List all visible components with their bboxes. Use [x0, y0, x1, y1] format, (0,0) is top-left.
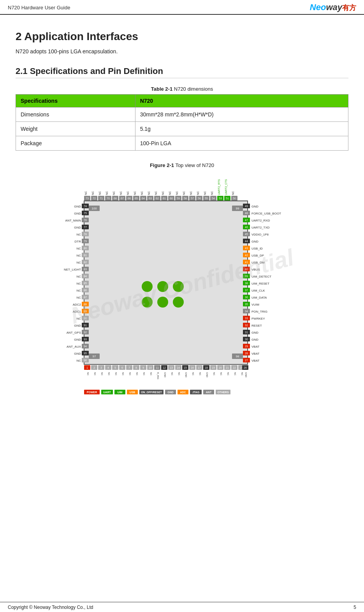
svg-text:48: 48 [245, 212, 248, 215]
svg-text:64: 64 [142, 197, 145, 200]
svg-text:22: 22 [233, 366, 236, 369]
svg-text:41: 41 [245, 261, 248, 264]
svg-text:2: 2 [93, 366, 95, 369]
svg-text:8: 8 [135, 366, 137, 369]
svg-text:GND: GND [74, 212, 81, 215]
svg-text:NC: NC [76, 282, 81, 285]
svg-point-67 [157, 281, 168, 292]
svg-text:NC: NC [76, 289, 81, 292]
svg-text:60: 60 [170, 197, 173, 200]
svg-text:OTHERS: OTHERS [217, 391, 229, 394]
svg-text:NC: NC [190, 191, 192, 195]
svg-text:NC: NC [227, 372, 229, 376]
bottom-pins-group: 1 2 3 4 5 6 7 8 9 [84, 365, 248, 380]
svg-text:63: 63 [149, 197, 152, 200]
main-content: 2 Application Interfaces N720 adopts 100… [0, 15, 364, 434]
svg-text:NC: NC [232, 191, 234, 195]
svg-text:NC: NC [136, 372, 138, 376]
svg-text:45: 45 [245, 233, 248, 236]
header-title: N720 Hardware User Guide [8, 5, 70, 11]
svg-text:ADC2: ADC2 [72, 303, 81, 306]
svg-text:88: 88 [84, 303, 87, 306]
table-cell: Package [16, 136, 135, 151]
svg-text:ANT: ANT [206, 391, 211, 394]
svg-text:75: 75 [84, 212, 87, 215]
svg-text:51: 51 [226, 197, 229, 200]
svg-text:28: 28 [245, 352, 248, 355]
svg-text:72: 72 [93, 197, 96, 200]
svg-text:54: 54 [212, 197, 215, 200]
svg-text:26: 26 [244, 366, 247, 369]
svg-text:RESET: RESET [251, 324, 262, 327]
svg-text:11: 11 [156, 366, 159, 369]
svg-text:NC: NC [178, 372, 180, 376]
svg-text:NC: NC [150, 372, 152, 376]
svg-text:NC: NC [197, 191, 199, 195]
svg-text:VUIM: VUIM [251, 303, 259, 306]
svg-text:50: 50 [233, 197, 236, 200]
svg-text:19: 19 [212, 366, 215, 369]
svg-text:NC: NC [143, 372, 145, 376]
figure-2-1-caption: Figure 2-1 Top view of N720 [16, 162, 348, 168]
svg-text:NC: NC [108, 372, 110, 376]
left-pins-group: GND 74 GND 75 ANT_MAIN 76 GND 77 [63, 204, 88, 362]
svg-text:GND: GND [245, 372, 247, 378]
svg-text:95: 95 [84, 352, 87, 355]
svg-text:97: 97 [92, 355, 96, 358]
svg-text:4: 4 [107, 366, 109, 369]
svg-text:86: 86 [84, 289, 87, 292]
svg-point-70 [157, 297, 168, 308]
svg-text:NC: NC [76, 275, 81, 278]
svg-text:89: 89 [84, 310, 87, 313]
svg-text:VDDIO_1P8: VDDIO_1P8 [251, 233, 269, 236]
svg-text:68: 68 [114, 197, 117, 200]
svg-text:30: 30 [245, 338, 248, 341]
svg-text:USB_DM: USB_DM [251, 261, 265, 264]
svg-text:82: 82 [84, 261, 87, 264]
svg-text:NC: NC [162, 191, 164, 195]
table-2-1-caption: Table 2-1 N720 dimensions [16, 86, 348, 92]
svg-text:49: 49 [245, 205, 248, 208]
svg-text:UART2_RXD: UART2_RXD [251, 219, 270, 222]
diagram-wrapper: Neoway Confidential NC NC NC NC NC NC [16, 174, 348, 399]
svg-text:3: 3 [100, 366, 102, 369]
svg-text:USB_DP: USB_DP [251, 254, 264, 257]
svg-text:GND: GND [185, 372, 187, 378]
svg-text:VBUS: VBUS [251, 268, 260, 271]
svg-text:67: 67 [121, 197, 124, 200]
svg-text:UART2_TXD: UART2_TXD [251, 226, 270, 229]
svg-text:USB: USB [129, 391, 135, 394]
svg-text:GND: GND [251, 338, 258, 341]
svg-text:GND: GND [74, 324, 81, 327]
svg-text:NC: NC [76, 261, 81, 264]
svg-text:35: 35 [245, 303, 248, 306]
svg-text:NC: NC [76, 317, 81, 320]
table-row: Weight 5.1g [16, 122, 348, 136]
svg-text:R_ING: R_ING [157, 372, 159, 380]
svg-text:21: 21 [226, 366, 229, 369]
svg-text:ANT_AUX: ANT_AUX [67, 345, 81, 348]
svg-text:NC: NC [211, 191, 213, 195]
svg-text:70: 70 [107, 197, 110, 200]
svg-text:NC: NC [94, 372, 96, 376]
svg-text:33: 33 [245, 317, 248, 320]
svg-text:NC: NC [120, 191, 122, 195]
svg-text:NC: NC [155, 191, 157, 195]
svg-text:79: 79 [84, 240, 87, 243]
svg-text:56: 56 [198, 197, 201, 200]
svg-text:GND: GND [167, 391, 174, 394]
svg-text:NC: NC [115, 372, 117, 376]
svg-text:34: 34 [245, 310, 248, 313]
svg-text:27: 27 [245, 359, 248, 362]
svg-text:31: 31 [245, 331, 248, 334]
spec-table: Specifications N720 Dimensions 30mm*28 m… [16, 94, 348, 151]
svg-point-66 [142, 281, 153, 292]
svg-text:55: 55 [205, 197, 208, 200]
svg-text:VBAT: VBAT [251, 345, 259, 348]
svg-text:GND: GND [74, 226, 81, 229]
svg-text:GND: GND [74, 338, 81, 341]
svg-text:NC: NC [113, 191, 115, 195]
svg-text:UIM: UIM [117, 391, 122, 394]
svg-text:83: 83 [84, 268, 87, 271]
svg-text:14: 14 [177, 366, 180, 369]
